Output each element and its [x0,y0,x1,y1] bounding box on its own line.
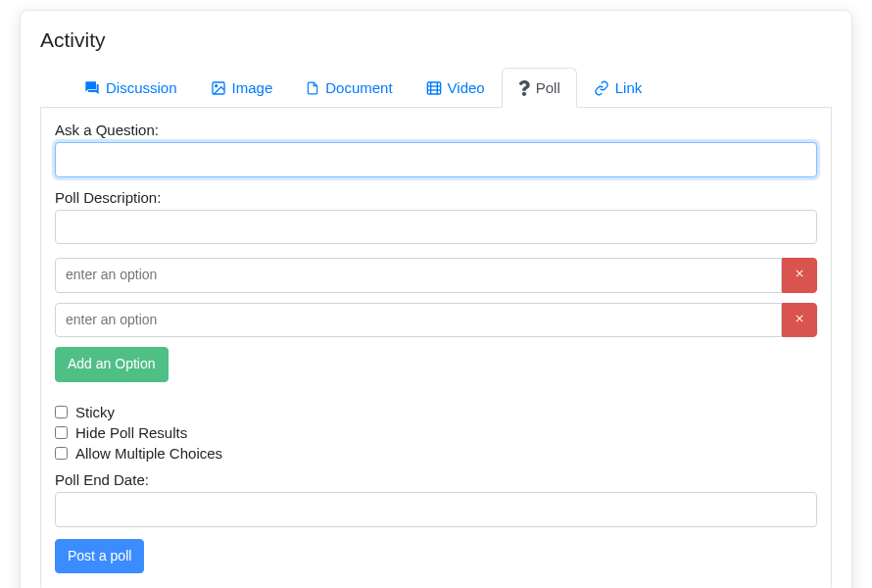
checkbox-label: Allow Multiple Choices [75,445,222,462]
tab-label: Image [232,79,273,96]
option-input[interactable] [55,258,782,293]
link-icon [594,80,609,96]
allow-multiple-checkbox[interactable] [55,447,68,460]
tab-label: Link [615,79,643,96]
remove-option-button[interactable] [782,258,817,293]
end-date-label: Poll End Date: [55,471,149,488]
add-option-button[interactable]: Add an Option [55,347,169,382]
checkbox-label: Sticky [75,404,115,420]
description-label: Poll Description: [55,189,161,206]
tab-image[interactable]: Image [194,68,290,108]
poll-option-row [55,303,817,338]
poll-checkboxes: Sticky Hide Poll Results Allow Multiple … [55,404,817,462]
activity-tabs: Discussion Image Document [40,68,832,108]
tab-label: Poll [536,79,560,96]
poll-panel: Ask a Question: Poll Description: [40,107,832,588]
allow-multiple-checkbox-row[interactable]: Allow Multiple Choices [55,445,817,462]
times-icon [794,311,805,330]
checkbox-label: Hide Poll Results [75,424,187,441]
tab-label: Video [448,79,485,96]
tab-label: Discussion [106,79,177,96]
remove-option-button[interactable] [782,303,817,338]
question-icon [518,80,530,96]
option-input[interactable] [55,303,782,338]
poll-options: Add an Option [55,258,817,382]
description-input[interactable] [55,210,817,245]
hide-results-checkbox-row[interactable]: Hide Poll Results [55,424,817,441]
sticky-checkbox[interactable] [55,406,68,418]
tab-video[interactable]: Video [410,68,502,108]
question-input[interactable] [55,142,817,177]
end-date-input[interactable] [55,492,817,527]
svg-point-1 [215,84,217,86]
tab-label: Document [325,79,392,96]
tab-document[interactable]: Document [289,68,409,108]
tab-link[interactable]: Link [577,68,659,108]
hide-results-checkbox[interactable] [55,426,68,439]
file-icon [306,80,319,96]
times-icon [794,266,805,285]
comments-icon [84,80,100,96]
post-poll-button[interactable]: Post a poll [55,539,144,574]
svg-rect-2 [427,82,440,94]
card-title: Activity [40,28,832,52]
sticky-checkbox-row[interactable]: Sticky [55,404,817,420]
tab-discussion[interactable]: Discussion [68,68,194,108]
activity-card: Activity Discussion Image [20,10,852,588]
image-icon [211,80,226,96]
question-label: Ask a Question: [55,122,159,138]
film-icon [426,80,442,96]
poll-option-row [55,258,817,293]
tab-poll[interactable]: Poll [502,68,577,108]
